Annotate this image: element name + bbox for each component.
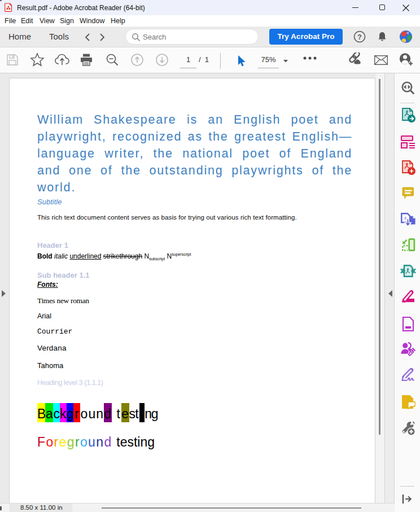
svg-text:?: ? (357, 33, 361, 41)
